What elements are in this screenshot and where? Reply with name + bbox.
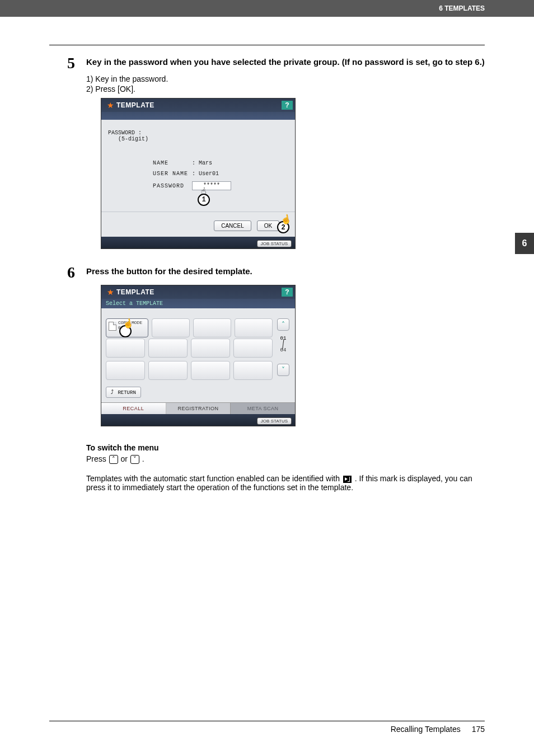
panel-title: TEMPLATE (116, 288, 282, 296)
template-tile[interactable] (193, 318, 231, 337)
panel-header: ★ TEMPLATE ? (101, 98, 295, 112)
help-button[interactable]: ? (282, 288, 293, 297)
page-footer: Recalling Templates 175 (49, 721, 485, 734)
panel-sub (101, 112, 295, 120)
job-status-button[interactable]: JOB STATUS (257, 417, 292, 425)
row-password: PASSWORD ***** (153, 181, 288, 190)
return-button[interactable]: ⤴ RETURN (106, 387, 141, 398)
step-5-sub-2: 2) Press [OK]. (86, 84, 485, 93)
panel-header: ★ TEMPLATE ? (101, 285, 295, 299)
switch-menu-text: Press ˄ or ˅ . (86, 454, 485, 464)
step-6-title: Press the button for the desired templat… (86, 266, 252, 277)
panel-title: TEMPLATE (116, 101, 282, 109)
panel-subtitle: Select a TEMPLATE (101, 299, 295, 308)
bottom-tabs: RECALL REGISTRATION META SCAN (101, 402, 295, 414)
template-tile[interactable] (148, 361, 188, 380)
running-header: 6 TEMPLATES (0, 0, 534, 17)
callout-1: ☝ 1 (198, 194, 210, 206)
hand-pointer-icon: ☝ (122, 317, 135, 329)
switch-menu-section: To switch the menu Press ˄ or ˅ . (86, 443, 485, 464)
page-number: 175 (472, 725, 485, 734)
autostart-icon (343, 476, 352, 483)
template-tile[interactable] (191, 339, 230, 358)
template-tile[interactable] (233, 361, 273, 380)
template-tile[interactable] (233, 339, 273, 358)
page-down-button[interactable]: ˅ (277, 364, 289, 376)
panel-footer: JOB STATUS (101, 414, 295, 426)
down-key-icon: ˅ (130, 455, 139, 464)
row-name: NAME : Mars (153, 160, 288, 166)
star-icon: ★ (107, 288, 114, 297)
username-key: USER NAME (153, 171, 192, 177)
step-5-substeps: 1) Key in the password. 2) Press [OK]. (86, 74, 485, 93)
username-value: : User01 (192, 171, 219, 177)
help-button[interactable]: ? (282, 101, 293, 110)
callout-2: ☝ 2 (277, 221, 289, 233)
template-grid-screen: ★ TEMPLATE ? Select a TEMPLATE COPY MODE… (101, 285, 296, 426)
hand-pointer-icon: ☝ (280, 213, 293, 225)
page-indicator: 01 ╱ 04 (280, 336, 287, 354)
chapter-tab: 6 (515, 233, 534, 254)
up-key-icon: ˄ (109, 455, 118, 464)
name-key: NAME (153, 160, 192, 166)
template-tile[interactable] (152, 318, 190, 337)
template-tile[interactable] (148, 339, 188, 358)
action-row: CANCEL OK ☝ 2 (101, 212, 295, 237)
return-arrow-icon: ⤴ (111, 389, 114, 396)
password-label: PASSWORD : (108, 130, 288, 136)
template-tile[interactable] (106, 339, 145, 358)
footer-rule (49, 721, 485, 721)
step-number-5: 5 (67, 55, 86, 71)
page-up-button[interactable]: ˄ (277, 318, 289, 331)
header-rule (49, 45, 485, 45)
step-number-6: 6 (67, 265, 86, 280)
step-5-title: Key in the password when you have select… (86, 57, 485, 68)
password-input[interactable]: ***** (192, 181, 231, 190)
template-tile[interactable] (191, 361, 230, 380)
star-icon: ★ (107, 101, 114, 110)
password-hint: (5-digit) (118, 136, 288, 142)
row-username: USER NAME : User01 (153, 171, 288, 177)
step-6: 6 Press the button for the desired templ… (67, 266, 485, 280)
footer-section: Recalling Templates (391, 725, 461, 734)
panel-footer: JOB STATUS (101, 237, 295, 248)
switch-menu-heading: To switch the menu (86, 443, 485, 452)
name-value: : Mars (192, 160, 212, 166)
template-tile[interactable] (235, 318, 273, 337)
autostart-note: Templates with the automatic start funct… (86, 474, 485, 492)
grid-body: COPY MODE 002 ☝ (101, 308, 295, 402)
ok-button[interactable]: OK (257, 220, 279, 231)
step-5-sub-1: 1) Key in the password. (86, 74, 485, 83)
document-icon (109, 322, 116, 331)
step-5: 5 Key in the password when you have sele… (67, 57, 485, 71)
cancel-button[interactable]: CANCEL (214, 220, 251, 231)
template-tile[interactable] (106, 361, 145, 380)
tab-recall[interactable]: RECALL (101, 403, 166, 414)
tab-metascan[interactable]: META SCAN (231, 403, 295, 414)
pager: ˄ 01 ╱ 04 ˅ (276, 318, 291, 383)
hand-callout: ☝ (119, 325, 132, 337)
tab-registration[interactable]: REGISTRATION (166, 403, 231, 414)
password-body: PASSWORD : (5-digit) NAME : Mars USER NA… (101, 120, 295, 212)
password-key: PASSWORD (153, 183, 192, 189)
job-status-button[interactable]: JOB STATUS (257, 240, 292, 247)
password-screen: ★ TEMPLATE ? PASSWORD : (5-digit) NAME :… (101, 98, 296, 249)
